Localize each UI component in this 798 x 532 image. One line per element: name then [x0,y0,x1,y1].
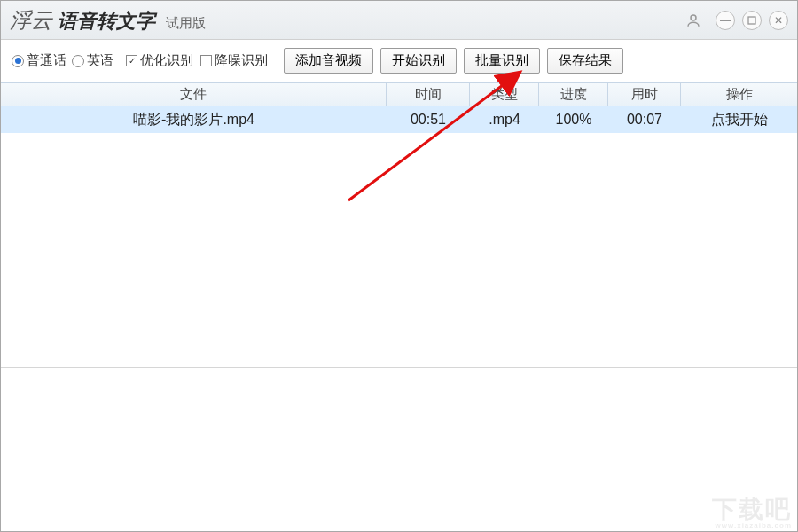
user-icon[interactable] [684,11,703,30]
checkbox-label: 优化识别 [140,52,193,69]
radio-label: 英语 [87,52,113,69]
cell-type: .mp4 [470,106,539,133]
titlebar-controls: — ✕ [684,11,788,30]
batch-recognize-button[interactable]: 批量识别 [464,48,540,74]
file-table: 文件 时间 类型 进度 用时 操作 喵影-我的影片.mp4 00:51 .mp4… [1,82,797,133]
th-action[interactable]: 操作 [681,83,797,106]
checkbox-denoise[interactable]: 降噪识别 [200,52,268,69]
minimize-icon[interactable]: — [716,11,735,30]
app-name: 语音转文字 [58,8,155,35]
svg-rect-1 [748,17,755,24]
brand-script: 浮云 [10,6,52,35]
checkbox-icon: ✓ [126,55,137,66]
checkbox-optimize[interactable]: ✓ 优化识别 [126,52,193,69]
add-media-button[interactable]: 添加音视频 [284,48,373,74]
save-result-button[interactable]: 保存结果 [547,48,623,74]
titlebar: 浮云 语音转文字 试用版 — ✕ [1,1,797,40]
cell-progress: 100% [539,106,608,133]
close-icon[interactable]: ✕ [769,11,788,30]
radio-label: 普通话 [27,52,66,69]
start-recognize-button[interactable]: 开始识别 [380,48,457,74]
svg-point-0 [691,15,696,20]
toolbar: 普通话 英语 ✓ 优化识别 降噪识别 添加音视频 开始识别 批量识别 保存结果 [1,40,797,82]
checkbox-label: 降噪识别 [215,52,268,69]
cell-time: 00:51 [387,106,470,133]
edition-label: 试用版 [166,15,206,32]
th-file[interactable]: 文件 [1,83,387,106]
language-radio-group: 普通话 英语 [12,52,113,69]
th-progress[interactable]: 进度 [539,83,608,106]
maximize-icon[interactable] [742,11,762,30]
radio-dot-icon [72,55,84,67]
radio-english[interactable]: 英语 [72,52,113,69]
table-row[interactable]: 喵影-我的影片.mp4 00:51 .mp4 100% 00:07 点我开始 [1,106,797,133]
radio-mandarin[interactable]: 普通话 [12,52,66,69]
table-header: 文件 时间 类型 进度 用时 操作 [1,83,797,106]
th-time[interactable]: 时间 [387,83,470,106]
app-window: 浮云 语音转文字 试用版 — ✕ 普通话 英语 ✓ [0,0,798,532]
cell-elapsed: 00:07 [608,106,681,133]
radio-dot-icon [12,55,24,67]
result-area [1,368,797,531]
th-type[interactable]: 类型 [470,83,539,106]
th-elapsed[interactable]: 用时 [608,83,681,106]
cell-file: 喵影-我的影片.mp4 [1,106,387,133]
file-list-area: 文件 时间 类型 进度 用时 操作 喵影-我的影片.mp4 00:51 .mp4… [1,82,797,368]
brand: 浮云 语音转文字 试用版 [10,6,206,35]
checkbox-icon [200,55,212,66]
cell-action[interactable]: 点我开始 [681,106,797,133]
